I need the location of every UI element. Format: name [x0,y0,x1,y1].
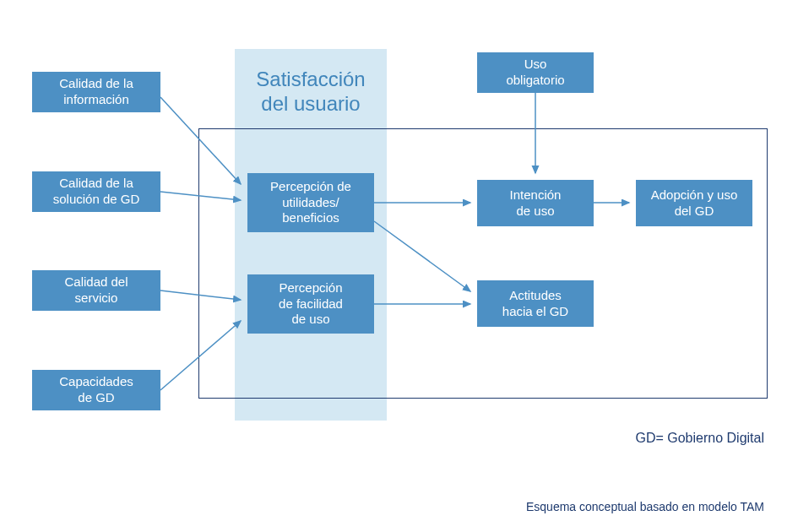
caption-text: Esquema conceptual basado en modelo TAM [526,500,764,513]
box-perception-utility: Percepción de utilidades/ beneficios [247,173,374,232]
legend-text: GD= Gobierno Digital [635,431,764,446]
tam-diagram: Satisfacción del usuario Calidad de la i… [0,0,798,532]
box-quality-solution: Calidad de la solución de GD [32,171,160,212]
box-attitudes: Actitudes hacia el GD [477,280,594,327]
box-quality-service: Calidad del servicio [32,270,160,311]
box-capabilities: Capacidades de GD [32,370,160,410]
satisfaction-title: Satisfacción del usuario [247,68,374,117]
box-adoption: Adopción y uso del GD [636,180,752,226]
box-perception-ease: Percepción de facilidad de uso [247,274,374,334]
box-quality-info: Calidad de la información [32,72,160,112]
main-frame [198,128,768,399]
box-mandatory-use: Uso obligatorio [477,52,594,93]
box-intention: Intención de uso [477,180,594,226]
